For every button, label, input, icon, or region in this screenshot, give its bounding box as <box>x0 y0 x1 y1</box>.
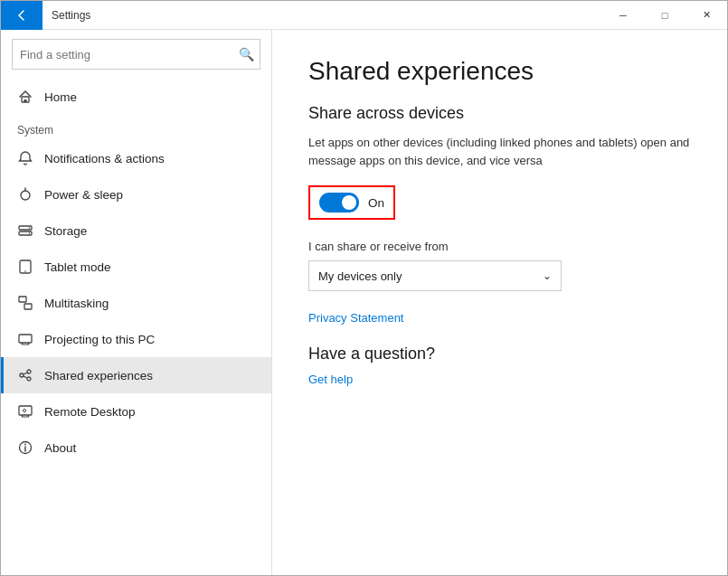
sidebar-item-projecting[interactable]: Projecting to this PC <box>1 321 271 357</box>
svg-point-2 <box>21 191 30 200</box>
chevron-down-icon: ⌄ <box>543 269 552 282</box>
dropdown-value: My devices only <box>318 269 402 283</box>
sidebar-item-multitasking-label: Multitasking <box>44 297 109 310</box>
description-text: Let apps on other devices (including lin… <box>308 134 691 169</box>
sidebar-item-shared-label: Shared experiences <box>44 369 153 382</box>
sidebar-item-storage-label: Storage <box>44 224 87 238</box>
svg-rect-11 <box>19 335 32 343</box>
notifications-icon <box>17 150 33 166</box>
window-controls: ─ □ ✕ <box>602 1 727 30</box>
page-title: Shared experiences <box>308 57 691 86</box>
toggle-knob <box>342 195 356 210</box>
minimize-button[interactable]: ─ <box>602 1 644 30</box>
sidebar-item-shared[interactable]: Shared experiences <box>1 357 271 393</box>
app-body: 🔍 Home System Notifications & actions <box>1 30 727 575</box>
sidebar-item-storage[interactable]: Storage <box>1 212 271 249</box>
get-help-link[interactable]: Get help <box>308 373 353 386</box>
back-icon <box>16 10 27 21</box>
power-icon <box>17 186 33 203</box>
sidebar: 🔍 Home System Notifications & actions <box>1 30 272 575</box>
sidebar-item-about-label: About <box>44 441 76 455</box>
svg-rect-9 <box>19 297 26 302</box>
toggle-label: On <box>368 196 384 210</box>
maximize-button[interactable]: □ <box>644 1 685 30</box>
about-icon <box>17 439 33 456</box>
home-icon <box>17 89 33 105</box>
sidebar-item-tablet-label: Tablet mode <box>44 260 111 274</box>
svg-point-17 <box>24 444 26 446</box>
sidebar-item-home-label: Home <box>44 90 77 104</box>
projecting-icon <box>17 331 33 347</box>
share-toggle[interactable] <box>319 193 359 212</box>
search-box[interactable]: 🔍 <box>12 39 260 70</box>
section-title: Share across devices <box>308 104 691 123</box>
remote-desktop-icon <box>17 403 33 420</box>
svg-point-6 <box>29 232 31 234</box>
svg-point-8 <box>24 270 26 272</box>
sidebar-item-tablet[interactable]: Tablet mode <box>1 249 271 285</box>
multitasking-icon <box>17 295 33 311</box>
search-icon: 🔍 <box>239 47 254 61</box>
share-receive-label: I can share or receive from <box>308 240 691 253</box>
svg-point-12 <box>20 373 24 377</box>
shared-experiences-icon <box>17 367 33 383</box>
search-input[interactable] <box>13 48 260 61</box>
toggle-row: On <box>308 185 395 220</box>
close-button[interactable]: ✕ <box>685 1 727 30</box>
privacy-statement-link[interactable]: Privacy Statement <box>308 311 691 325</box>
back-button[interactable] <box>1 1 43 30</box>
svg-point-13 <box>27 370 31 373</box>
svg-point-14 <box>27 377 31 381</box>
sidebar-item-notifications[interactable]: Notifications & actions <box>1 140 271 176</box>
window-title: Settings <box>43 9 602 22</box>
title-bar: Settings ─ □ ✕ <box>1 1 727 30</box>
sidebar-item-remote[interactable]: Remote Desktop <box>1 393 271 430</box>
sidebar-item-projecting-label: Projecting to this PC <box>44 333 155 346</box>
tablet-icon <box>17 259 33 275</box>
sidebar-item-notifications-label: Notifications & actions <box>44 152 165 165</box>
svg-rect-1 <box>24 99 27 102</box>
sidebar-item-about[interactable]: About <box>1 430 271 466</box>
question-title: Have a question? <box>308 345 691 364</box>
sidebar-section-label: System <box>1 115 271 140</box>
sidebar-item-power-label: Power & sleep <box>44 188 123 202</box>
settings-window: Settings ─ □ ✕ 🔍 Home System <box>0 0 728 576</box>
svg-rect-10 <box>24 304 32 309</box>
sidebar-item-power[interactable]: Power & sleep <box>1 176 271 212</box>
share-dropdown[interactable]: My devices only ⌄ <box>308 260 562 291</box>
sidebar-item-multitasking[interactable]: Multitasking <box>1 285 271 321</box>
sidebar-item-remote-label: Remote Desktop <box>44 405 136 419</box>
main-content: Shared experiences Share across devices … <box>272 30 727 575</box>
storage-icon <box>17 222 33 239</box>
svg-point-5 <box>29 227 31 229</box>
sidebar-item-home[interactable]: Home <box>1 79 271 115</box>
svg-rect-15 <box>19 406 32 415</box>
